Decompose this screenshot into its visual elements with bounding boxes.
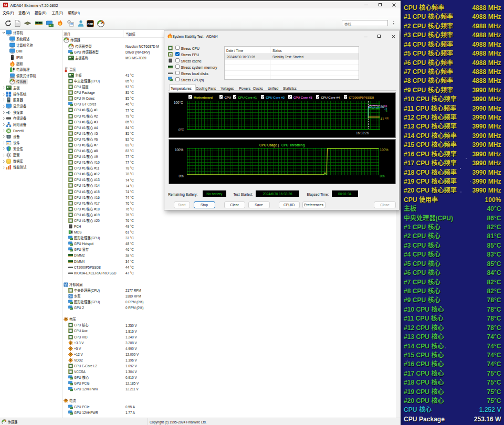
svg-text:OSD: OSD (87, 22, 93, 25)
svg-text:64: 64 (4, 3, 7, 6)
